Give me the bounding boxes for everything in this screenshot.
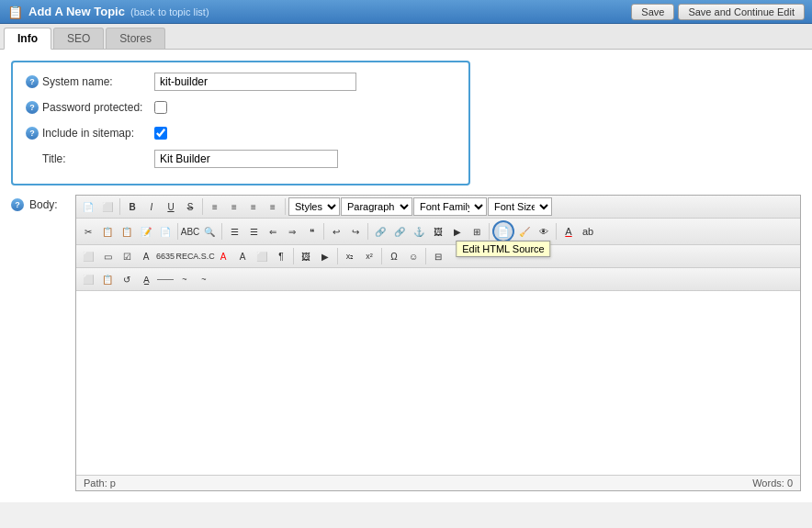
toolbar-font-size2-btn[interactable]: A̲	[137, 270, 155, 288]
header-actions: Save Save and Continue Edit	[631, 4, 805, 20]
tab-info[interactable]: Info	[4, 28, 51, 50]
toolbar-align-right-btn[interactable]: ≡	[244, 197, 263, 216]
toolbar-special-char-btn[interactable]: Ω	[385, 247, 403, 265]
toolbar-custom2-btn[interactable]: ⬜	[253, 247, 271, 265]
password-protected-help-icon[interactable]: ?	[26, 101, 39, 114]
password-protected-checkbox[interactable]	[154, 101, 167, 114]
toolbar-table-btn[interactable]: ⊞	[468, 222, 486, 241]
toolbar-div-btn[interactable]: ▭	[98, 247, 117, 265]
toolbar-unlink-btn[interactable]: 🔗	[390, 222, 409, 241]
system-name-help-icon[interactable]: ?	[26, 75, 39, 88]
toolbar-hrule-btn[interactable]: ——	[156, 270, 175, 288]
toolbar-image2-btn[interactable]: 🖼	[297, 247, 315, 265]
toolbar-textA2-btn[interactable]: A	[233, 247, 252, 265]
body-row: ? Body: 📄 ⬜ B I U S ≡ ≡ ≡ ≡ Styles	[11, 195, 801, 491]
toolbar-text-color-btn[interactable]: A	[559, 222, 578, 241]
toolbar-flash-btn[interactable]: ▶	[448, 222, 467, 241]
toolbar-cut-btn[interactable]: ✂	[79, 222, 97, 241]
toolbar-align-justify-btn[interactable]: ≡	[264, 197, 282, 216]
save-continue-button[interactable]: Save and Continue Edit	[678, 4, 805, 20]
editor-footer: Path: p Words: 0	[76, 475, 800, 490]
toolbar-preview-btn[interactable]: 👁	[535, 222, 553, 241]
toolbar-outdent-btn[interactable]: ⇐	[264, 222, 282, 241]
toolbar-image-btn[interactable]: 🖼	[429, 222, 447, 241]
page-title-text: Add A New Topic	[28, 5, 125, 18]
toolbar-html-cleanup-btn[interactable]: 🧹	[515, 222, 534, 241]
toolbar-paste-text-btn[interactable]: 📝	[137, 222, 155, 241]
toolbar-blockquote-btn[interactable]: ❝	[302, 222, 321, 241]
toolbar-align-left-btn[interactable]: ≡	[206, 197, 224, 216]
toolbar-bg-color-btn[interactable]: ab	[579, 222, 597, 241]
toolbar-num2-btn[interactable]: REC	[175, 247, 194, 265]
styles-select[interactable]: Styles	[288, 197, 340, 216]
toolbar-rotate-btn[interactable]: ↺	[118, 270, 136, 288]
toolbar-num3-btn[interactable]: A.S.C	[195, 247, 213, 265]
editor-path: Path: p	[84, 477, 116, 489]
toolbar-showblocks-btn[interactable]: ⬜	[79, 247, 97, 265]
toolbar-paste-word-btn[interactable]: 📄	[156, 222, 175, 241]
toolbar-list-ordered-btn[interactable]: ☰	[244, 222, 263, 241]
body-help-icon[interactable]: ?	[11, 198, 24, 211]
page-icon: 📋	[7, 5, 23, 19]
toolbar-anchor-btn[interactable]: ⚓	[410, 222, 428, 241]
toolbar-maximize-btn[interactable]: ⬜	[98, 197, 117, 216]
back-link[interactable]: (back to topic list)	[130, 6, 209, 17]
toolbar-link-btn[interactable]: 🔗	[371, 222, 389, 241]
toolbar-checkbox-btn[interactable]: ☑	[118, 247, 136, 265]
toolbar-copy-btn[interactable]: 📋	[98, 222, 117, 241]
toolbar-superscript-btn[interactable]: x²	[360, 247, 378, 265]
editor-body-area[interactable]	[76, 291, 800, 475]
toolbar-template-btn[interactable]: 📋	[98, 270, 117, 288]
sep1	[119, 198, 120, 215]
system-name-label: ? System name:	[26, 75, 154, 88]
form-section: ? System name: ? Password protected: ? I…	[11, 61, 470, 185]
toolbar-align-center-btn[interactable]: ≡	[225, 197, 243, 216]
toolbar-smiley-btn[interactable]: ☺	[404, 247, 423, 265]
body-label: ? Body:	[11, 195, 75, 211]
toolbar-indent-btn[interactable]: ⇒	[283, 222, 301, 241]
system-name-row: ? System name:	[26, 72, 456, 92]
toolbar-undo-btn[interactable]: ↩	[327, 222, 345, 241]
sep8	[489, 223, 490, 240]
edit-html-source-wrapper: 📄 Edit HTML Source	[492, 220, 514, 242]
font-family-select[interactable]: Font Family	[413, 197, 487, 216]
include-sitemap-row: ? Include in sitemap:	[26, 123, 456, 143]
title-input[interactable]	[154, 150, 338, 168]
toolbar-italic-btn[interactable]: I	[142, 197, 161, 216]
tabs-bar: Info SEO Stores	[0, 24, 812, 50]
toolbar-redo-btn[interactable]: ↪	[346, 222, 365, 241]
toolbar-misc2-btn[interactable]: ~	[195, 270, 213, 288]
toolbar-edit-html-source-btn[interactable]: 📄	[492, 220, 514, 242]
font-size-select[interactable]: Font Size	[488, 197, 552, 216]
toolbar-misc1-btn[interactable]: ~	[175, 270, 194, 288]
include-sitemap-checkbox[interactable]	[154, 127, 167, 140]
tab-seo[interactable]: SEO	[53, 28, 104, 49]
paragraph-select[interactable]: Paragraph	[341, 197, 412, 216]
toolbar-num1-btn[interactable]: 6635	[156, 247, 175, 265]
save-button[interactable]: Save	[631, 4, 674, 20]
toolbar-subscript-btn[interactable]: x₂	[341, 247, 359, 265]
sep2	[202, 198, 203, 215]
toolbar-paste-btn[interactable]: 📋	[118, 222, 136, 241]
toolbar-source-btn[interactable]: 📄	[79, 197, 97, 216]
toolbar-video-btn[interactable]: ▶	[316, 247, 334, 265]
system-name-input[interactable]	[154, 73, 356, 91]
toolbar-list-unordered-btn[interactable]: ☰	[225, 222, 243, 241]
sep4	[177, 223, 178, 240]
toolbar-find-btn[interactable]: 🔍	[200, 222, 219, 241]
tab-stores[interactable]: Stores	[106, 28, 165, 49]
toolbar-bold-btn[interactable]: B	[123, 197, 141, 216]
toolbar-pagebreak-btn[interactable]: ⊟	[429, 247, 447, 265]
toolbar-row3: ⬜ ▭ ☑ A 6635 REC A.S.C A A ⬜ ¶ 🖼 ▶ x₂ x²…	[76, 245, 800, 268]
toolbar-para-btn[interactable]: ¶	[272, 247, 290, 265]
include-sitemap-help-icon[interactable]: ?	[26, 127, 39, 140]
toolbar-spell-btn[interactable]: ABC	[181, 222, 199, 241]
toolbar-textA-btn[interactable]: A	[214, 247, 232, 265]
toolbar-style-btn[interactable]: A	[137, 247, 155, 265]
toolbar-strikethrough-btn[interactable]: S	[181, 197, 199, 216]
toolbar-div2-btn[interactable]: ⬜	[79, 270, 97, 288]
toolbar-underline-btn[interactable]: U	[162, 197, 180, 216]
header-bar: 📋 Add A New Topic (back to topic list) S…	[0, 0, 812, 24]
sep13	[425, 248, 426, 264]
sep10	[293, 248, 294, 264]
